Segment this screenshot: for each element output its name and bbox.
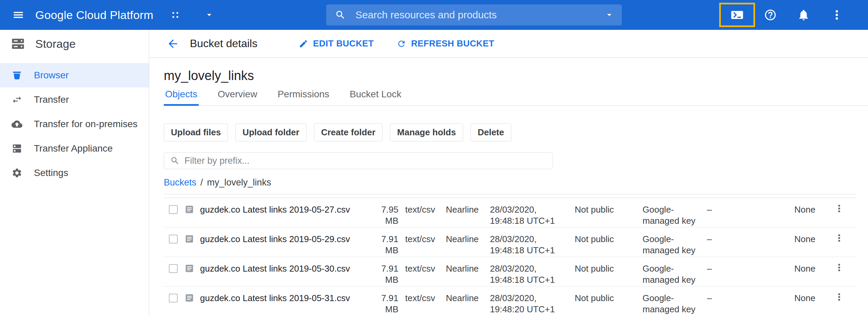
object-size: 7.91 MB (371, 263, 398, 286)
edit-bucket-label: EDIT BUCKET (313, 38, 374, 49)
sidebar-item-transfer-appliance[interactable]: Transfer Appliance (0, 136, 149, 161)
file-icon (184, 234, 193, 244)
table-row: guzdek.co Latest links 2019-05-29.csv 7.… (164, 228, 856, 257)
object-retention: – (707, 204, 748, 215)
global-search[interactable] (326, 4, 622, 25)
sidebar-item-label: Transfer Appliance (34, 143, 113, 154)
sidebar-item-icon (12, 168, 22, 178)
breadcrumb: Buckets / my_lovely_links (164, 177, 868, 188)
filter-input[interactable] (184, 156, 547, 166)
object-storage-class: Nearline (446, 293, 483, 304)
help-icon (764, 8, 777, 21)
bucket-name: my_lovely_links (164, 68, 868, 83)
row-menu-button[interactable] (834, 262, 844, 273)
tab-overview[interactable]: Overview (216, 88, 259, 105)
tab-label: Bucket Lock (350, 89, 401, 99)
sidebar-item-transfer[interactable]: Transfer (0, 87, 149, 112)
project-selector[interactable] (171, 10, 214, 20)
tab-bucket-lock[interactable]: Bucket Lock (348, 88, 403, 105)
menu-button[interactable] (10, 7, 26, 23)
sidebar-item-settings[interactable]: Settings (0, 161, 149, 185)
back-button[interactable] (165, 36, 180, 51)
tab-objects[interactable]: Objects (164, 88, 199, 105)
back-arrow-icon (166, 37, 179, 50)
row-checkbox[interactable] (169, 205, 178, 214)
sidebar-nav: Browser Transfer Transfer for on-premise… (0, 63, 149, 185)
search-icon (335, 9, 346, 20)
manage-holds-button[interactable]: Manage holds (390, 123, 463, 141)
row-checkbox[interactable] (169, 235, 178, 243)
object-name[interactable]: guzdek.co Latest links 2019-05-27.csv (200, 204, 364, 215)
breadcrumb-buckets-link[interactable]: Buckets (164, 177, 196, 188)
edit-pencil-icon (299, 39, 308, 48)
object-storage-class: Nearline (446, 204, 483, 215)
menu-icon (12, 9, 24, 21)
more-options-button[interactable] (825, 4, 849, 26)
more-vertical-icon (834, 233, 844, 243)
filter-box[interactable] (164, 152, 553, 169)
sidebar-item-icon (12, 143, 22, 154)
search-scope-caret-icon[interactable] (604, 10, 614, 20)
sidebar-item-transfer-for-on-premises[interactable]: Transfer for on-premises (0, 112, 149, 136)
help-button[interactable] (758, 4, 783, 26)
object-storage-class: Nearline (446, 234, 483, 245)
row-menu-button[interactable] (834, 203, 844, 214)
object-last-modified: 28/03/2020, 19:48:20 UTC+1 (490, 293, 568, 315)
row-menu-button[interactable] (834, 292, 844, 302)
notifications-button[interactable] (791, 4, 816, 26)
object-public-access: Not public (575, 263, 636, 274)
object-encryption: Google-managed key (643, 204, 700, 227)
bell-icon (797, 8, 810, 21)
object-type: text/csv (405, 263, 439, 274)
object-type: text/csv (405, 204, 439, 215)
filter-search-icon (170, 156, 180, 165)
object-encryption: Google-managed key (643, 234, 700, 256)
create-folder-button[interactable]: Create folder (314, 123, 382, 141)
upload-files-button[interactable]: Upload files (164, 123, 228, 141)
bucket-details-content: my_lovely_links Objects Overview Permiss… (149, 58, 868, 315)
refresh-bucket-button[interactable]: REFRESH BUCKET (397, 38, 494, 49)
row-checkbox[interactable] (169, 294, 178, 302)
delete-button[interactable]: Delete (471, 123, 511, 141)
sidebar-item-icon (12, 94, 22, 105)
file-icon (184, 263, 193, 273)
sidebar: Storage Browser Transfer Transfer for on… (0, 30, 149, 315)
more-vertical-icon (830, 8, 843, 21)
tab-label: Overview (218, 89, 257, 99)
main-panel: Bucket details EDIT BUCKET REFRESH BUCKE… (149, 30, 868, 315)
tab-permissions[interactable]: Permissions (276, 88, 331, 105)
cloud-shell-icon (731, 8, 744, 21)
edit-bucket-button[interactable]: EDIT BUCKET (299, 38, 374, 49)
tab-label: Permissions (278, 89, 329, 99)
cloud-shell-button[interactable] (725, 4, 749, 26)
row-checkbox[interactable] (169, 264, 178, 273)
upload-folder-button[interactable]: Upload folder (235, 123, 307, 141)
chevron-down-icon (204, 10, 214, 20)
topbar-actions (725, 4, 868, 26)
object-name[interactable]: guzdek.co Latest links 2019-05-30.csv (200, 263, 364, 274)
object-name[interactable]: guzdek.co Latest links 2019-05-31.csv (200, 293, 364, 304)
sidebar-item-label: Transfer (34, 94, 69, 105)
object-last-modified: 28/03/2020, 19:48:18 UTC+1 (490, 263, 568, 286)
object-holds: None (754, 204, 815, 215)
row-menu-button[interactable] (834, 233, 844, 243)
object-name[interactable]: guzdek.co Latest links 2019-05-29.csv (200, 234, 364, 245)
objects-table-header-strip (164, 194, 856, 198)
object-retention: – (707, 234, 748, 245)
object-retention: – (707, 263, 748, 274)
object-size: 7.91 MB (371, 293, 398, 315)
sidebar-item-browser[interactable]: Browser (0, 63, 149, 87)
action-button-label: Delete (478, 127, 504, 137)
sidebar-item-label: Settings (34, 168, 68, 178)
more-vertical-icon (834, 262, 844, 273)
object-encryption: Google-managed key (643, 263, 700, 286)
object-holds: None (754, 234, 815, 245)
object-public-access: Not public (575, 234, 636, 245)
object-size: 7.95 MB (371, 204, 398, 227)
top-app-bar: Google Cloud Platform (0, 0, 868, 30)
search-input[interactable] (355, 9, 604, 21)
object-holds: None (754, 263, 815, 274)
sidebar-item-label: Browser (34, 70, 69, 81)
sidebar-item-icon (12, 70, 22, 81)
table-row: guzdek.co Latest links 2019-05-27.csv 7.… (164, 198, 856, 228)
